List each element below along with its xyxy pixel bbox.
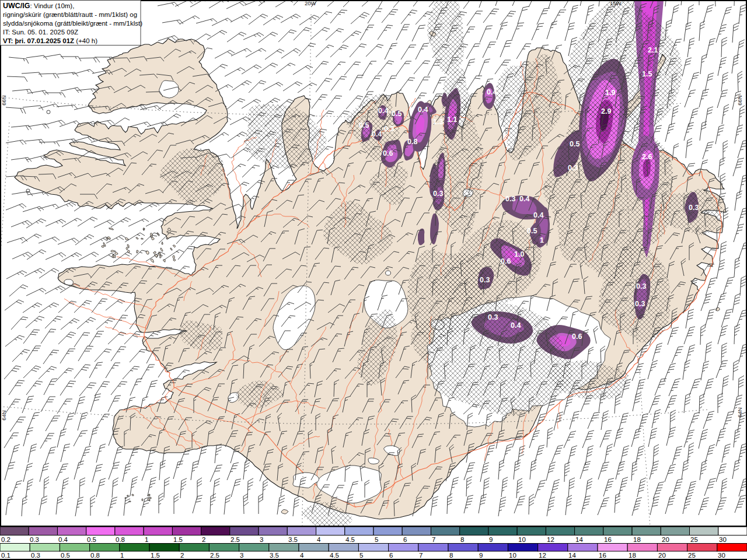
svg-text:IT: Sun. 05. 01. 2025 09Z: IT: Sun. 05. 01. 2025 09Z — [3, 29, 78, 36]
svg-text:30: 30 — [719, 536, 727, 543]
svg-text:2.1: 2.1 — [648, 46, 658, 54]
svg-text:4.5: 4.5 — [345, 536, 355, 543]
svg-text:9: 9 — [489, 536, 493, 543]
svg-text:0.3: 0.3 — [433, 190, 443, 198]
svg-text:3.5: 3.5 — [288, 536, 298, 543]
svg-text:12: 12 — [539, 552, 546, 559]
svg-text:3: 3 — [240, 552, 243, 559]
svg-text:0.3: 0.3 — [30, 536, 39, 543]
svg-text:0.3: 0.3 — [384, 125, 394, 133]
svg-text:1: 1 — [145, 536, 148, 543]
svg-text:10: 10 — [509, 552, 516, 559]
svg-text:4: 4 — [317, 536, 321, 543]
svg-text:0.6: 0.6 — [383, 149, 393, 158]
svg-text:1: 1 — [540, 236, 544, 244]
svg-text:16: 16 — [599, 552, 606, 559]
svg-text:8: 8 — [449, 552, 453, 559]
svg-text:7: 7 — [432, 536, 435, 543]
svg-text:0.4: 0.4 — [519, 195, 529, 203]
svg-text:0.8: 0.8 — [116, 536, 125, 543]
svg-text:0.5: 0.5 — [87, 536, 96, 543]
svg-text:VT: þri. 07.01.2025 01Z (+40 h: VT: þri. 07.01.2025 01Z (+40 h) — [3, 37, 97, 44]
svg-text:0.5: 0.5 — [392, 110, 402, 118]
svg-text:8: 8 — [460, 536, 464, 543]
svg-text:5: 5 — [359, 552, 363, 559]
svg-text:rigning/skúrir (grænt/blátt/ra: rigning/skúrir (grænt/blátt/rautt - mm/1… — [3, 11, 137, 18]
svg-text:0.3: 0.3 — [488, 313, 498, 321]
svg-text:0.8: 0.8 — [90, 552, 100, 559]
svg-text:2.5: 2.5 — [210, 552, 219, 559]
svg-text:0.4: 0.4 — [418, 106, 428, 114]
svg-text:18: 18 — [629, 552, 636, 559]
svg-text:2.6: 2.6 — [642, 153, 652, 161]
svg-text:6: 6 — [389, 552, 393, 559]
svg-text:3: 3 — [260, 536, 263, 543]
svg-text:0.6: 0.6 — [572, 332, 582, 341]
svg-text:0.3: 0.3 — [568, 164, 578, 172]
svg-text:4: 4 — [300, 552, 304, 559]
svg-text:0.6: 0.6 — [501, 257, 511, 265]
svg-text:10: 10 — [518, 536, 526, 543]
svg-text:0.4: 0.4 — [533, 211, 543, 219]
svg-text:0.3: 0.3 — [505, 195, 515, 203]
svg-text:0.2: 0.2 — [1, 536, 11, 543]
svg-text:20: 20 — [658, 552, 666, 559]
svg-text:0.5: 0.5 — [570, 140, 580, 148]
svg-text:0.5: 0.5 — [359, 121, 369, 130]
svg-text:3.5: 3.5 — [270, 552, 279, 559]
svg-text:12: 12 — [547, 536, 554, 543]
svg-text:0.4: 0.4 — [511, 321, 521, 330]
svg-text:14: 14 — [568, 552, 576, 559]
svg-text:18: 18 — [633, 536, 641, 543]
svg-text:0.5: 0.5 — [527, 227, 537, 235]
svg-text:66N: 66N — [1, 95, 7, 106]
svg-text:0.5: 0.5 — [61, 552, 70, 559]
svg-text:4.5: 4.5 — [330, 552, 339, 559]
svg-text:1.3: 1.3 — [433, 118, 443, 126]
svg-text:14: 14 — [575, 536, 583, 543]
svg-text:2.5: 2.5 — [231, 536, 240, 543]
svg-text:1.1: 1.1 — [447, 116, 457, 124]
svg-text:25: 25 — [690, 536, 698, 543]
svg-text:0.4: 0.4 — [487, 88, 497, 96]
svg-text:0.3: 0.3 — [635, 300, 645, 308]
svg-text:1: 1 — [120, 552, 124, 559]
svg-text:0.8: 0.8 — [407, 138, 417, 146]
svg-text:2: 2 — [202, 536, 205, 543]
svg-text:0.4: 0.4 — [58, 536, 68, 543]
svg-text:5: 5 — [375, 536, 378, 543]
svg-text:64N: 64N — [1, 410, 7, 421]
svg-text:9: 9 — [479, 552, 483, 559]
svg-text:1.0: 1.0 — [514, 250, 524, 258]
svg-text:2: 2 — [180, 552, 184, 559]
svg-text:1.9: 1.9 — [605, 89, 615, 97]
svg-text:0.3: 0.3 — [31, 552, 40, 559]
svg-text:0.3: 0.3 — [689, 204, 699, 212]
svg-text:66N: 66N — [736, 95, 743, 106]
svg-text:1.5: 1.5 — [151, 552, 160, 559]
svg-text:16: 16 — [604, 536, 612, 543]
svg-text:slydda/snjókoma (grátt/bleikt/: slydda/snjókoma (grátt/bleikt/grænt - mm… — [3, 20, 142, 27]
svg-text:0.3: 0.3 — [636, 282, 646, 290]
svg-text:64N: 64N — [736, 407, 743, 418]
svg-text:30: 30 — [718, 552, 725, 559]
svg-text:20: 20 — [662, 536, 669, 543]
svg-text:1.5: 1.5 — [642, 70, 652, 78]
svg-text:6: 6 — [403, 536, 407, 543]
svg-text:0.4: 0.4 — [378, 107, 388, 115]
svg-text:0.1: 0.1 — [1, 552, 11, 559]
svg-text:7: 7 — [419, 552, 423, 559]
svg-text:0.3: 0.3 — [480, 276, 490, 284]
svg-text:2.9: 2.9 — [601, 107, 611, 116]
svg-text:1.5: 1.5 — [173, 536, 183, 543]
svg-text:UWC/IG: Vindur (10m),: UWC/IG: Vindur (10m), — [3, 2, 74, 10]
svg-text:0.4: 0.4 — [372, 130, 382, 138]
svg-text:25: 25 — [688, 552, 696, 559]
